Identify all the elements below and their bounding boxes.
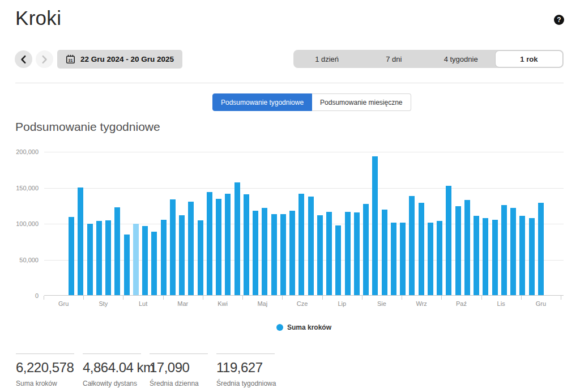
- gridline: [44, 152, 564, 152]
- period-option-4-tygodnie[interactable]: 4 tygodnie: [428, 50, 494, 68]
- x-axis-tick: [83, 296, 84, 300]
- prev-period-button[interactable]: [15, 50, 32, 68]
- week-bar[interactable]: [317, 215, 323, 295]
- legend-dot-icon: [276, 324, 283, 331]
- period-option-1-dzie[interactable]: 1 dzień: [293, 50, 360, 68]
- y-tick-label: 50,000: [19, 257, 39, 263]
- week-bar[interactable]: [464, 200, 470, 295]
- week-bar[interactable]: [363, 204, 369, 295]
- week-bar[interactable]: [409, 196, 415, 295]
- period-selector: 1 dzień7 dni4 tygodnie1 rok: [293, 50, 564, 68]
- week-bar[interactable]: [298, 194, 304, 295]
- week-bar[interactable]: [179, 215, 185, 295]
- page-title: Kroki: [15, 7, 61, 29]
- week-bar[interactable]: [354, 212, 360, 295]
- week-bar[interactable]: [519, 216, 525, 295]
- stat-value: 4,864.04 km: [83, 360, 141, 376]
- view-tabs: Podsumowanie tygodniowePodsumowanie mies…: [212, 93, 411, 111]
- week-bar[interactable]: [455, 206, 461, 295]
- date-range-label: 22 Gru 2024 - 20 Gru 2025: [80, 55, 174, 63]
- week-bar[interactable]: [225, 194, 231, 295]
- week-bar[interactable]: [188, 202, 194, 295]
- week-bar[interactable]: [501, 205, 507, 295]
- view-tab-podsumowanie-tygodniowe[interactable]: Podsumowanie tygodniowe: [212, 93, 312, 111]
- week-bar[interactable]: [161, 220, 167, 295]
- week-bar[interactable]: [198, 220, 203, 295]
- week-bar[interactable]: [234, 182, 240, 295]
- month-label-cze: Cze: [297, 300, 308, 307]
- week-bar[interactable]: [124, 235, 130, 295]
- week-bar[interactable]: [216, 199, 221, 295]
- week-bar[interactable]: [419, 203, 424, 295]
- y-tick-label: 100,000: [16, 220, 39, 227]
- stat-label: Suma kroków: [16, 380, 74, 387]
- week-bar[interactable]: [510, 208, 516, 295]
- month-label-sty: Sty: [99, 300, 108, 307]
- week-bar[interactable]: [142, 226, 148, 295]
- stat-value: 17,090: [150, 360, 208, 376]
- week-bar[interactable]: [538, 203, 544, 295]
- month-label-gru: Gru: [536, 300, 546, 307]
- week-bar[interactable]: [280, 214, 286, 296]
- week-bar[interactable]: [262, 208, 267, 295]
- stat-label: Całkowity dystans: [83, 380, 141, 387]
- x-axis-tick: [441, 296, 442, 300]
- week-bar[interactable]: [474, 216, 479, 295]
- month-label-wrz: Wrz: [416, 300, 427, 307]
- week-bar[interactable]: [382, 210, 387, 295]
- week-bar[interactable]: [271, 214, 277, 296]
- period-option-1-rok[interactable]: 1 rok: [496, 51, 562, 67]
- week-bar[interactable]: [326, 212, 332, 295]
- week-bar[interactable]: [372, 156, 378, 295]
- week-bar[interactable]: [446, 186, 451, 295]
- week-bar[interactable]: [483, 218, 488, 295]
- week-bar[interactable]: [69, 217, 74, 295]
- period-option-7-dni[interactable]: 7 dni: [360, 50, 427, 68]
- x-axis-tick: [203, 296, 203, 300]
- stat-suma-krok-w: 6,220,578Suma kroków: [16, 353, 74, 387]
- y-axis-labels: 050,000100,000150,000200,000: [0, 152, 39, 296]
- week-bar[interactable]: [253, 211, 258, 295]
- stat-label: Średnia dzienna: [150, 380, 208, 387]
- week-bar[interactable]: [244, 194, 249, 295]
- x-axis-tick: [481, 296, 482, 300]
- section-title: Podsumowanie tygodniowe: [15, 120, 160, 134]
- week-bar[interactable]: [428, 223, 433, 295]
- week-bar[interactable]: [391, 223, 396, 295]
- week-bar[interactable]: [207, 192, 212, 295]
- x-axis-tick: [402, 296, 402, 300]
- week-bar[interactable]: [133, 224, 139, 295]
- chart-plot: GruStyLutMarKwiMajCzeLipSieWrzPaźLisGru: [44, 152, 564, 296]
- week-bar[interactable]: [105, 220, 111, 295]
- week-bar[interactable]: [96, 221, 102, 295]
- calendar-icon: 31: [66, 54, 75, 64]
- week-bar[interactable]: [308, 197, 314, 295]
- next-period-button[interactable]: [36, 50, 53, 68]
- help-button[interactable]: ?: [554, 15, 564, 25]
- y-tick-label: 0: [35, 292, 39, 299]
- chevron-left-icon: [20, 55, 27, 64]
- week-bar[interactable]: [400, 223, 406, 295]
- week-bar[interactable]: [151, 232, 157, 295]
- y-tick-label: 150,000: [16, 185, 39, 191]
- stat-rednia-tygodniowa: 119,627Średnia tygodniowa: [216, 353, 275, 387]
- week-bar[interactable]: [78, 188, 83, 296]
- chart-legend: Suma kroków: [44, 323, 564, 331]
- stat-value: 6,220,578: [16, 360, 74, 376]
- week-bar[interactable]: [529, 218, 535, 295]
- week-bar[interactable]: [289, 211, 295, 295]
- week-bar[interactable]: [437, 221, 442, 295]
- x-axis-tick: [282, 296, 283, 300]
- week-bar[interactable]: [170, 199, 176, 295]
- legend-label: Suma kroków: [287, 323, 331, 331]
- week-bar[interactable]: [87, 224, 93, 295]
- week-bar[interactable]: [345, 212, 351, 295]
- week-bar[interactable]: [335, 225, 341, 295]
- stat-ca-kowity-dystans: 4,864.04 kmCałkowity dystans: [83, 353, 141, 387]
- steps-dashboard-page: Kroki ? 31 22 Gru 2024 - 20 Gru 2025 1 d…: [0, 0, 580, 392]
- view-tab-podsumowanie-miesi-czne[interactable]: Podsumowanie miesięczne: [312, 93, 411, 111]
- date-range-button[interactable]: 31 22 Gru 2024 - 20 Gru 2025: [57, 50, 182, 69]
- x-axis-tick: [123, 296, 123, 300]
- week-bar[interactable]: [492, 220, 498, 295]
- week-bar[interactable]: [114, 207, 120, 295]
